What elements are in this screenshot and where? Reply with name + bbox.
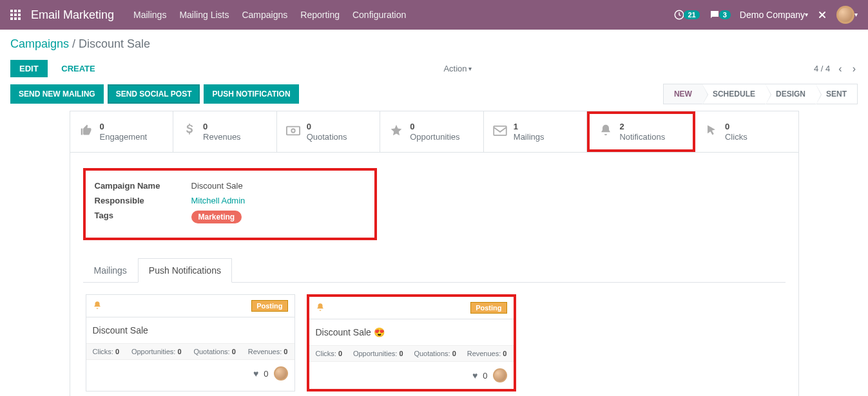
card-opp-value: 0 <box>399 350 403 357</box>
posting-badge: Posting <box>470 302 506 314</box>
activities-icon[interactable]: 21 <box>673 9 699 21</box>
user-menu[interactable] <box>836 6 858 24</box>
pager-next[interactable]: › <box>851 63 858 75</box>
send-new-mailing-button[interactable]: SEND NEW MAILING <box>10 84 104 104</box>
card-clicks-label: Clicks: <box>316 350 336 357</box>
messages-icon[interactable]: 3 <box>709 9 731 21</box>
label-campaign-name: Campaign Name <box>95 181 191 191</box>
star-icon <box>389 124 403 140</box>
status-row: SEND NEW MAILING SEND SOCIAL POST PUSH N… <box>0 84 868 107</box>
stage-new[interactable]: NEW <box>663 84 702 104</box>
svg-rect-0 <box>10 10 13 12</box>
pager-text: 4 / 4 <box>814 64 830 73</box>
card-clicks-label: Clicks: <box>93 348 113 355</box>
top-navbar: Email Marketing Mailings Mailing Lists C… <box>0 0 868 30</box>
tab-push-notifications[interactable]: Push Notifications <box>138 258 232 283</box>
menu-configuration[interactable]: Configuration <box>352 10 406 20</box>
company-switcher[interactable]: Demo Company <box>740 10 808 20</box>
main-menu: Mailings Mailing Lists Campaigns Reporti… <box>133 10 406 20</box>
notification-card[interactable]: Posting Discount Sale 😍 Clicks: 0 Opport… <box>307 294 516 391</box>
posting-badge: Posting <box>251 300 287 312</box>
breadcrumb-parent[interactable]: Campaigns <box>10 37 69 50</box>
stat-notifications[interactable]: 2Notifications <box>587 111 695 152</box>
stat-mailings[interactable]: 1Mailings <box>484 111 588 152</box>
card-rev-label: Revenues: <box>467 350 501 357</box>
card-likes: 0 <box>264 369 268 379</box>
label-tags: Tags <box>95 211 191 223</box>
svg-point-11 <box>291 129 295 133</box>
envelope-icon <box>493 124 507 139</box>
stage-bar: NEW SCHEDULE DESIGN SENT <box>663 84 858 104</box>
stat-quotations[interactable]: 0Quotations <box>277 111 381 152</box>
apps-icon[interactable] <box>10 10 21 20</box>
notification-card[interactable]: Posting Discount Sale Clicks: 0 Opportun… <box>86 294 295 391</box>
bell-icon <box>316 303 325 314</box>
svg-rect-4 <box>14 14 17 16</box>
svg-rect-5 <box>18 14 21 16</box>
stat-clicks-label: Clicks <box>725 132 747 142</box>
value-campaign-name: Discount Sale <box>191 181 243 191</box>
card-quo-value: 0 <box>232 348 236 355</box>
tab-mailings[interactable]: Mailings <box>83 258 138 283</box>
svg-rect-12 <box>494 126 506 135</box>
menu-mailings[interactable]: Mailings <box>133 10 166 20</box>
stage-schedule[interactable]: SCHEDULE <box>702 84 766 104</box>
heart-icon[interactable]: ♥ <box>253 368 258 379</box>
svg-rect-3 <box>10 14 13 16</box>
menu-reporting[interactable]: Reporting <box>300 10 340 20</box>
form-sheet: 0Engagement 0Revenues 0Quotations 0Oppor… <box>70 111 799 396</box>
activities-count: 21 <box>684 10 699 19</box>
card-clicks-value: 0 <box>115 348 119 355</box>
svg-rect-1 <box>14 10 17 12</box>
stat-revenues[interactable]: 0Revenues <box>173 111 277 152</box>
stat-notifications-label: Notifications <box>619 132 665 142</box>
send-social-post-button[interactable]: SEND SOCIAL POST <box>108 84 200 104</box>
dollar-icon <box>182 124 197 140</box>
tab-bar: Mailings Push Notifications <box>83 258 786 283</box>
stat-quotations-label: Quotations <box>307 132 347 142</box>
stat-clicks[interactable]: 0Clicks <box>695 111 798 152</box>
stat-engagement[interactable]: 0Engagement <box>70 111 174 152</box>
stage-sent[interactable]: SENT <box>816 84 858 104</box>
value-responsible[interactable]: Mitchell Admin <box>191 196 246 205</box>
svg-rect-8 <box>18 17 21 20</box>
card-opp-label: Opportunities: <box>131 348 175 355</box>
app-title[interactable]: Email Marketing <box>31 8 114 22</box>
menu-campaigns[interactable]: Campaigns <box>242 10 287 20</box>
stat-quotations-value: 0 <box>307 122 347 132</box>
card-likes: 0 <box>483 371 487 381</box>
kanban-area: Posting Discount Sale Clicks: 0 Opportun… <box>70 283 798 396</box>
breadcrumb: Campaigns / Discount Sale <box>10 37 858 51</box>
action-menu[interactable]: Action <box>443 64 472 73</box>
stat-opportunities[interactable]: 0Opportunities <box>380 111 484 152</box>
debug-icon[interactable] <box>817 10 827 20</box>
card-quo-label: Quotations: <box>414 350 450 357</box>
cursor-icon <box>704 124 719 140</box>
heart-icon[interactable]: ♥ <box>472 370 477 381</box>
stat-notifications-value: 2 <box>619 122 665 132</box>
stat-opportunities-label: Opportunities <box>410 132 459 142</box>
bell-icon <box>599 124 613 140</box>
stat-revenues-value: 0 <box>203 122 241 132</box>
card-rev-value: 0 <box>284 348 287 355</box>
stat-clicks-value: 0 <box>725 122 747 132</box>
push-notification-button[interactable]: PUSH NOTIFICATION <box>204 84 298 104</box>
pager-prev[interactable]: ‹ <box>836 63 844 75</box>
thumbs-up-icon <box>79 124 93 140</box>
label-responsible: Responsible <box>95 196 191 205</box>
create-button[interactable]: CREATE <box>55 60 101 77</box>
card-opp-value: 0 <box>177 348 181 355</box>
edit-button[interactable]: EDIT <box>10 60 48 77</box>
card-rev-value: 0 <box>503 350 506 357</box>
tag-marketing[interactable]: Marketing <box>191 211 242 223</box>
card-title: Discount Sale 😍 <box>309 319 514 345</box>
avatar-icon <box>836 6 854 24</box>
stage-design[interactable]: DESIGN <box>766 84 816 104</box>
breadcrumb-current: Discount Sale <box>79 37 150 50</box>
avatar-icon[interactable] <box>493 368 507 382</box>
breadcrumb-sep: / <box>69 37 79 50</box>
stat-buttons: 0Engagement 0Revenues 0Quotations 0Oppor… <box>70 111 798 153</box>
avatar-icon[interactable] <box>274 366 288 381</box>
svg-rect-2 <box>18 10 21 12</box>
menu-mailing-lists[interactable]: Mailing Lists <box>179 10 229 20</box>
